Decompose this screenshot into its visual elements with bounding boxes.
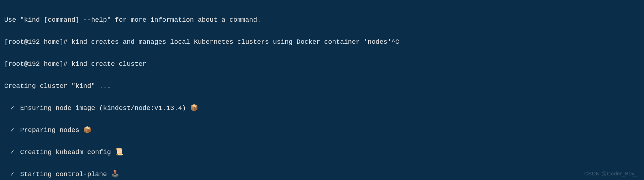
package-icon: 📦	[83, 127, 90, 134]
step-ensuring-node-image: ✓ Ensuring node image (kindest/node:v1.1…	[4, 103, 640, 114]
command-text: kind create cluster	[72, 60, 147, 68]
check-icon: ✓	[8, 147, 16, 158]
step-text: Creating kubeadm config	[20, 149, 115, 156]
command-text: kind creates and manages local Kubernete…	[72, 38, 399, 46]
creating-cluster: Creating cluster "kind" ...	[4, 81, 640, 92]
watermark-text: CSDN @Coder_Boy_	[584, 170, 638, 176]
help-text: Use "kind [command] --help" for more inf…	[4, 15, 640, 26]
check-icon: ✓	[8, 103, 16, 114]
step-text: Preparing nodes	[20, 127, 83, 134]
terminal-output[interactable]: Use "kind [command] --help" for more inf…	[0, 0, 644, 180]
check-icon: ✓	[8, 169, 16, 180]
command-line-2: [root@192 home]# kind create cluster	[4, 59, 640, 70]
command-line-1: [root@192 home]# kind creates and manage…	[4, 37, 640, 48]
prompt: [root@192 home]#	[4, 38, 72, 46]
scroll-icon: 📜	[115, 149, 122, 156]
step-preparing-nodes: ✓ Preparing nodes 📦	[4, 125, 640, 136]
controller-icon: 🕹️	[111, 171, 118, 178]
step-text: Starting control-plane	[20, 171, 111, 178]
check-icon: ✓	[8, 125, 16, 136]
step-text: Ensuring node image (kindest/node:v1.13.…	[20, 105, 190, 112]
step-starting-control-plane: ✓ Starting control-plane 🕹️	[4, 169, 640, 180]
package-icon: 📦	[190, 105, 197, 112]
prompt: [root@192 home]#	[4, 60, 72, 68]
step-creating-kubeadm-config: ✓ Creating kubeadm config 📜	[4, 147, 640, 158]
